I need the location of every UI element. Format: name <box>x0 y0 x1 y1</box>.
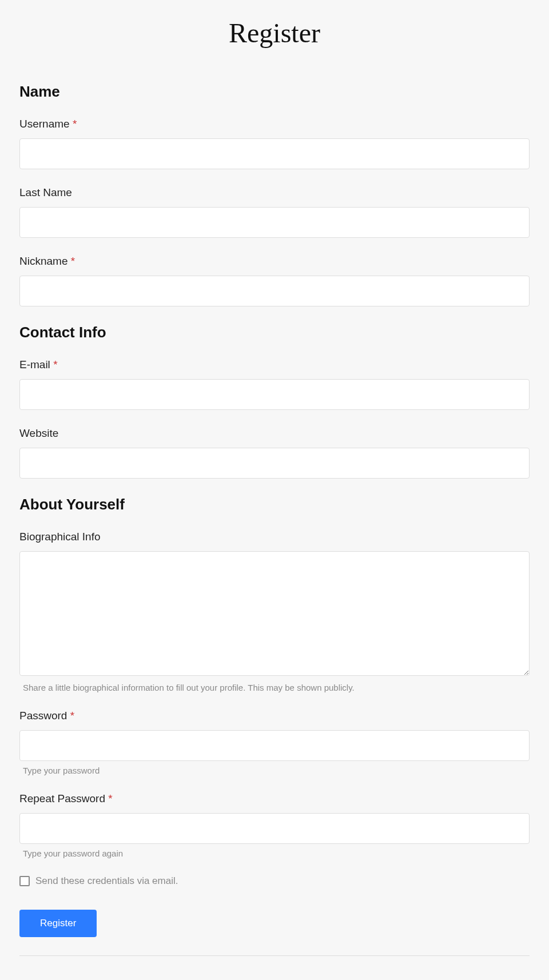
label-repeat-password: Repeat Password * <box>19 792 530 805</box>
label-nickname: Nickname * <box>19 255 530 268</box>
label-email: E-mail * <box>19 358 530 371</box>
send-credentials-row: Send these credentials via email. <box>19 875 530 887</box>
required-marker: * <box>71 255 75 267</box>
label-username: Username * <box>19 118 530 130</box>
label-bio: Biographical Info <box>19 531 530 543</box>
send-credentials-checkbox[interactable] <box>19 876 30 886</box>
required-marker: * <box>73 118 77 130</box>
help-bio: Share a little biographical information … <box>19 683 530 692</box>
label-nickname-text: Nickname <box>19 255 71 267</box>
register-button[interactable]: Register <box>19 910 97 937</box>
divider <box>19 955 530 956</box>
help-repeat-password: Type your password again <box>19 848 530 858</box>
section-heading-contact: Contact Info <box>19 324 530 341</box>
label-username-text: Username <box>19 118 73 130</box>
section-heading-about: About Yourself <box>19 496 530 513</box>
send-credentials-label: Send these credentials via email. <box>35 875 178 887</box>
field-repeat-password: Repeat Password * Type your password aga… <box>19 792 530 858</box>
label-website: Website <box>19 427 530 440</box>
section-heading-name: Name <box>19 83 530 101</box>
website-input[interactable] <box>19 448 530 479</box>
username-input[interactable] <box>19 138 530 169</box>
email-input[interactable] <box>19 379 530 410</box>
label-password-text: Password <box>19 710 70 722</box>
field-lastname: Last Name <box>19 186 530 238</box>
required-marker: * <box>70 710 74 722</box>
label-password: Password * <box>19 710 530 722</box>
register-form: Name Username * Last Name Nickname * Con… <box>0 83 549 956</box>
field-website: Website <box>19 427 530 479</box>
required-marker: * <box>53 358 57 371</box>
field-password: Password * Type your password <box>19 710 530 775</box>
label-email-text: E-mail <box>19 358 53 371</box>
repeat-password-input[interactable] <box>19 813 530 844</box>
field-email: E-mail * <box>19 358 530 410</box>
field-bio: Biographical Info Share a little biograp… <box>19 531 530 692</box>
field-username: Username * <box>19 118 530 169</box>
label-lastname: Last Name <box>19 186 530 199</box>
help-password: Type your password <box>19 766 530 775</box>
label-repeat-password-text: Repeat Password <box>19 792 108 804</box>
password-input[interactable] <box>19 730 530 761</box>
page-title: Register <box>0 17 549 49</box>
bio-textarea[interactable] <box>19 551 530 676</box>
nickname-input[interactable] <box>19 276 530 306</box>
lastname-input[interactable] <box>19 207 530 238</box>
field-nickname: Nickname * <box>19 255 530 306</box>
required-marker: * <box>108 792 112 804</box>
